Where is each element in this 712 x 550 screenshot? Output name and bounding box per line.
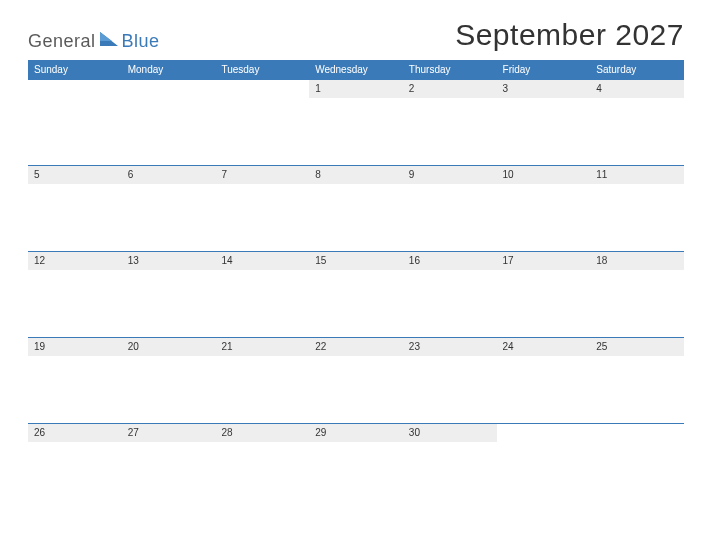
svg-marker-1 [100, 32, 112, 41]
day-header-friday: Friday [497, 60, 591, 79]
day-header-monday: Monday [122, 60, 216, 79]
day-cell: 28 [215, 424, 309, 509]
day-cell [215, 80, 309, 165]
day-cell [28, 80, 122, 165]
day-header-thursday: Thursday [403, 60, 497, 79]
day-cell: 14 [215, 252, 309, 337]
day-cell: 24 [497, 338, 591, 423]
day-cell: 29 [309, 424, 403, 509]
day-number: 15 [309, 252, 403, 270]
day-cell: 20 [122, 338, 216, 423]
month-title: September 2027 [455, 18, 684, 52]
day-number: 4 [590, 80, 684, 98]
day-number: 8 [309, 166, 403, 184]
day-cell: 19 [28, 338, 122, 423]
day-number: 10 [497, 166, 591, 184]
day-number: 25 [590, 338, 684, 356]
day-cell: 26 [28, 424, 122, 509]
day-number: 29 [309, 424, 403, 442]
day-header-tuesday: Tuesday [215, 60, 309, 79]
day-cell [497, 424, 591, 509]
day-number: 9 [403, 166, 497, 184]
day-number: 17 [497, 252, 591, 270]
day-cell: 30 [403, 424, 497, 509]
day-cell: 16 [403, 252, 497, 337]
day-cell: 5 [28, 166, 122, 251]
day-cell: 18 [590, 252, 684, 337]
day-number: 27 [122, 424, 216, 442]
day-number: 19 [28, 338, 122, 356]
day-cell: 23 [403, 338, 497, 423]
day-cell: 1 [309, 80, 403, 165]
day-cell: 13 [122, 252, 216, 337]
day-number: 5 [28, 166, 122, 184]
day-number: 1 [309, 80, 403, 98]
day-number [497, 424, 591, 442]
day-cell: 8 [309, 166, 403, 251]
week-row: 19202122232425 [28, 337, 684, 423]
week-row: 12131415161718 [28, 251, 684, 337]
day-cell: 4 [590, 80, 684, 165]
day-cell: 22 [309, 338, 403, 423]
logo-text-blue: Blue [122, 31, 160, 52]
day-number [28, 80, 122, 98]
day-number: 24 [497, 338, 591, 356]
day-number [590, 424, 684, 442]
day-headers-row: Sunday Monday Tuesday Wednesday Thursday… [28, 60, 684, 79]
day-cell: 6 [122, 166, 216, 251]
day-cell: 27 [122, 424, 216, 509]
day-header-sunday: Sunday [28, 60, 122, 79]
week-row: 1234 [28, 79, 684, 165]
weeks-container: 1234567891011121314151617181920212223242… [28, 79, 684, 509]
day-cell: 25 [590, 338, 684, 423]
day-number [122, 80, 216, 98]
day-number: 20 [122, 338, 216, 356]
day-cell [122, 80, 216, 165]
day-number [215, 80, 309, 98]
day-cell: 10 [497, 166, 591, 251]
day-cell: 12 [28, 252, 122, 337]
day-cell: 7 [215, 166, 309, 251]
header: General Blue September 2027 [0, 0, 712, 60]
day-cell: 9 [403, 166, 497, 251]
day-number: 21 [215, 338, 309, 356]
day-number: 28 [215, 424, 309, 442]
week-row: 567891011 [28, 165, 684, 251]
day-number: 16 [403, 252, 497, 270]
day-number: 13 [122, 252, 216, 270]
day-number: 2 [403, 80, 497, 98]
day-cell: 17 [497, 252, 591, 337]
day-header-wednesday: Wednesday [309, 60, 403, 79]
day-cell: 2 [403, 80, 497, 165]
day-number: 6 [122, 166, 216, 184]
day-number: 11 [590, 166, 684, 184]
day-number: 12 [28, 252, 122, 270]
day-number: 14 [215, 252, 309, 270]
day-cell: 21 [215, 338, 309, 423]
day-number: 22 [309, 338, 403, 356]
day-number: 7 [215, 166, 309, 184]
logo: General Blue [28, 31, 160, 52]
day-number: 30 [403, 424, 497, 442]
week-row: 2627282930 [28, 423, 684, 509]
day-cell: 11 [590, 166, 684, 251]
logo-triangle-icon [100, 32, 118, 50]
calendar: Sunday Monday Tuesday Wednesday Thursday… [0, 60, 712, 509]
day-number: 3 [497, 80, 591, 98]
logo-text-general: General [28, 31, 96, 52]
day-cell: 15 [309, 252, 403, 337]
day-cell: 3 [497, 80, 591, 165]
day-header-saturday: Saturday [590, 60, 684, 79]
day-cell [590, 424, 684, 509]
day-number: 23 [403, 338, 497, 356]
day-number: 18 [590, 252, 684, 270]
day-number: 26 [28, 424, 122, 442]
